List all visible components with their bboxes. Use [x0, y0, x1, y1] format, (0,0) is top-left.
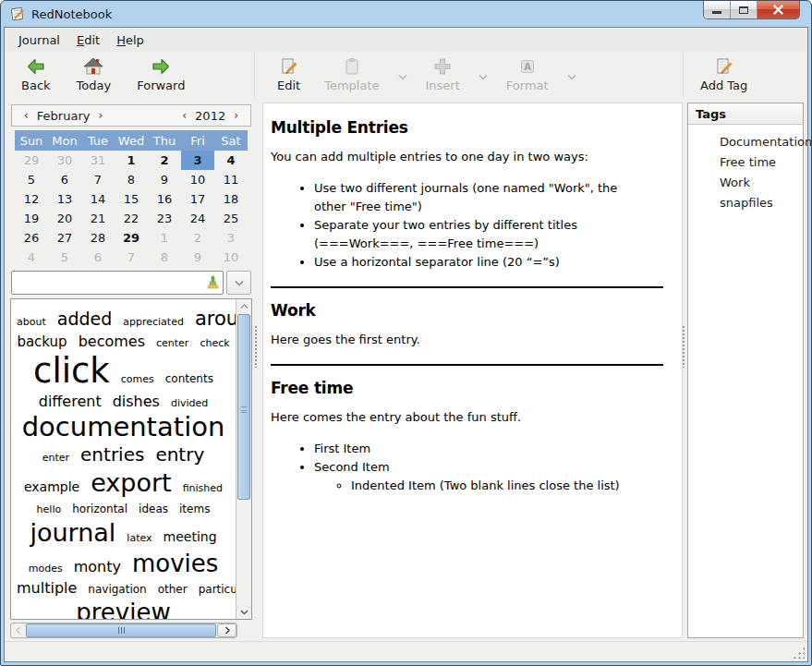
cloud-word[interactable]: modes [29, 563, 63, 575]
add-tag-button[interactable]: Add Tag [691, 54, 757, 94]
calendar-day[interactable]: 29 [115, 228, 148, 248]
cloud-word[interactable]: movies [132, 550, 218, 577]
template-dropdown[interactable] [394, 74, 411, 80]
format-button[interactable]: A Format [497, 54, 558, 94]
calendar-day[interactable]: 5 [48, 248, 81, 267]
calendar-day[interactable]: 4 [214, 151, 248, 170]
calendar-day[interactable]: 18 [214, 189, 248, 209]
calendar-day[interactable]: 7 [81, 170, 115, 189]
calendar-day[interactable]: 26 [15, 228, 48, 248]
pane-splitter-handle[interactable] [682, 325, 686, 368]
cloud-word[interactable]: meeting [164, 529, 217, 544]
back-button[interactable]: Back [12, 54, 60, 94]
cloud-word[interactable]: example [24, 479, 79, 494]
calendar-day[interactable]: 27 [48, 228, 81, 248]
tag-item[interactable]: Free time [688, 152, 803, 173]
calendar-day[interactable]: 29 [15, 151, 48, 170]
calendar-day[interactable]: 24 [181, 209, 214, 228]
calendar-day[interactable]: 9 [148, 170, 181, 189]
insert-dropdown[interactable] [475, 74, 491, 80]
calendar-day[interactable]: 16 [148, 189, 181, 209]
cloud-word[interactable]: appreciated [123, 316, 184, 328]
cloud-word[interactable]: multiple [17, 579, 77, 597]
calendar-day[interactable]: 3 [181, 151, 214, 170]
cloud-word[interactable]: documentation [22, 411, 225, 442]
calendar-day[interactable]: 10 [181, 170, 214, 189]
template-button[interactable]: Template [315, 54, 388, 94]
forward-button[interactable]: Forward [127, 54, 194, 94]
titlebar[interactable]: RedNotebook [1, 1, 811, 27]
cloud-word[interactable]: horizontal [72, 503, 127, 515]
scroll-right-icon[interactable] [217, 624, 236, 637]
prev-year-button[interactable]: ‹ [177, 109, 191, 122]
next-year-button[interactable]: › [229, 109, 243, 122]
cloud-word[interactable]: becomes [79, 333, 145, 350]
cloud-word[interactable]: navigation [88, 583, 146, 596]
cloud-word[interactable]: enter [42, 452, 69, 464]
calendar-day[interactable]: 8 [148, 248, 181, 267]
calendar-day[interactable]: 3 [214, 228, 248, 248]
calendar-day[interactable]: 28 [81, 228, 115, 248]
calendar-day[interactable]: 25 [214, 209, 248, 228]
calendar-day[interactable]: 2 [148, 151, 181, 170]
edit-button[interactable]: Edit [268, 54, 309, 94]
calendar-day[interactable]: 8 [115, 170, 148, 189]
today-button[interactable]: Today [67, 54, 121, 94]
pane-splitter-handle[interactable] [254, 325, 259, 368]
cloud-horizontal-scrollbar[interactable] [10, 623, 237, 638]
cloud-word[interactable]: entry [155, 443, 204, 466]
menu-help[interactable]: Help [108, 30, 152, 51]
cloud-word[interactable]: about [17, 316, 46, 328]
calendar-day[interactable]: 15 [115, 189, 148, 209]
scrollbar-thumb[interactable] [237, 314, 250, 500]
menu-edit[interactable]: Edit [68, 30, 108, 51]
cloud-word[interactable]: check [200, 337, 229, 349]
cloud-word[interactable]: added [57, 309, 113, 329]
resize-grip[interactable] [793, 647, 805, 659]
calendar-day[interactable]: 22 [115, 209, 148, 228]
menu-journal[interactable]: Journal [10, 30, 68, 51]
scroll-down-icon[interactable] [236, 605, 251, 619]
calendar-day[interactable]: 23 [148, 209, 181, 228]
cloud-word[interactable]: other [158, 583, 188, 596]
tag-item[interactable]: Documentation [688, 132, 803, 152]
cloud-word[interactable]: entries [80, 443, 144, 466]
search-input[interactable] [11, 271, 224, 295]
scroll-up-icon[interactable] [236, 299, 251, 313]
calendar-day[interactable]: 4 [15, 248, 48, 267]
calendar-day[interactable]: 12 [15, 189, 48, 209]
cloud-word[interactable]: ideas [139, 503, 168, 515]
scrollbar-thumb[interactable] [26, 624, 216, 637]
tag-item[interactable]: snapfiles [688, 193, 803, 213]
cloud-word[interactable]: journal [30, 518, 115, 547]
calendar-day[interactable]: 21 [81, 209, 115, 228]
cloud-word[interactable]: around [195, 308, 236, 330]
clear-search-broom-icon[interactable] [205, 275, 220, 290]
format-dropdown[interactable] [564, 74, 580, 80]
cloud-word[interactable]: center [156, 337, 188, 349]
cloud-word[interactable]: preview [76, 599, 171, 619]
calendar-day[interactable]: 6 [48, 170, 81, 189]
cloud-word[interactable]: latex [127, 532, 151, 544]
cloud-word[interactable]: divided [171, 397, 208, 409]
cloud-word[interactable]: monty [74, 558, 121, 575]
scroll-left-icon[interactable] [11, 624, 26, 637]
close-button[interactable] [757, 1, 799, 18]
prev-month-button[interactable]: ‹ [19, 109, 33, 122]
calendar-day[interactable]: 14 [81, 189, 115, 209]
search-dropdown-button[interactable] [226, 271, 251, 295]
calendar-day[interactable]: 7 [115, 248, 148, 267]
calendar-day[interactable]: 1 [115, 151, 148, 170]
cloud-word[interactable]: particular [199, 583, 236, 596]
calendar-day[interactable]: 2 [181, 228, 214, 248]
cloud-word[interactable]: click [33, 351, 110, 391]
cloud-word[interactable]: backup [17, 333, 67, 350]
next-month-button[interactable]: › [93, 109, 107, 122]
tag-item[interactable]: Work [688, 173, 803, 193]
calendar-day[interactable]: 11 [214, 170, 248, 189]
cloud-vertical-scrollbar[interactable] [236, 299, 251, 619]
minimize-button[interactable] [704, 1, 731, 18]
calendar-day[interactable]: 17 [181, 189, 214, 209]
cloud-word[interactable]: hello [37, 503, 62, 515]
calendar-day[interactable]: 10 [214, 248, 248, 267]
